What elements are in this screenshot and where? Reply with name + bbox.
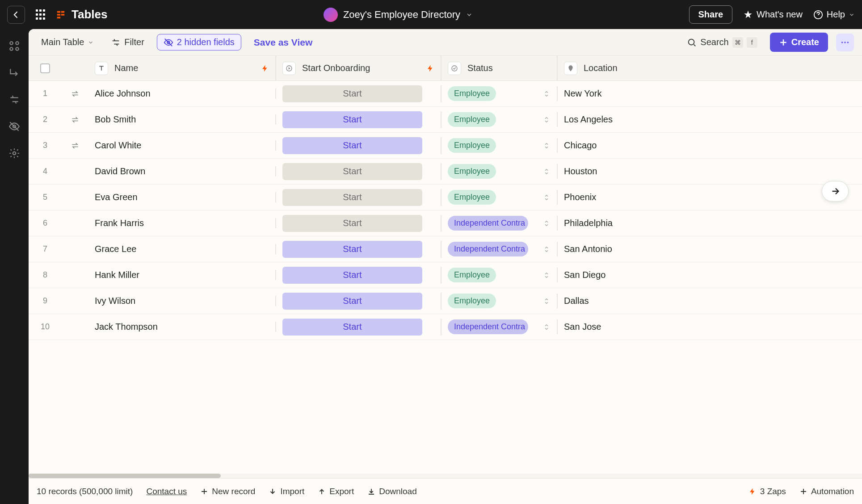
sidebar-workflows-icon[interactable]: [8, 40, 21, 52]
cell-location[interactable]: Los Angeles: [564, 114, 613, 125]
zaps-button[interactable]: 3 Zaps: [748, 487, 786, 496]
sidebar-branch-icon[interactable]: [8, 67, 21, 79]
cell-location[interactable]: San Jose: [564, 322, 601, 332]
cell-location[interactable]: Chicago: [564, 140, 597, 151]
table-row[interactable]: 5Eva GreenStartEmployeePhoenix: [29, 185, 862, 210]
import-button[interactable]: Import: [269, 487, 304, 496]
cell-location[interactable]: San Antonio: [564, 244, 612, 254]
column-name[interactable]: Name: [88, 56, 276, 80]
table-row[interactable]: 6Frank HarrisStartIndependent ContraPhil…: [29, 210, 862, 236]
linked-record-icon[interactable]: [62, 115, 88, 124]
column-onboarding[interactable]: Start Onboarding: [276, 56, 442, 80]
cell-name[interactable]: Jack Thompson: [95, 322, 158, 332]
table-row[interactable]: 3Carol WhiteStartEmployeeChicago: [29, 133, 862, 159]
status-selector-icon[interactable]: [542, 245, 551, 253]
status-selector-icon[interactable]: [542, 297, 551, 305]
sidebar-hidden-icon[interactable]: [8, 120, 21, 133]
select-all-checkbox[interactable]: [40, 63, 50, 73]
table-row[interactable]: 10Jack ThompsonStartIndependent ContraSa…: [29, 314, 862, 340]
status-selector-icon[interactable]: [542, 193, 551, 202]
status-selector-icon[interactable]: [542, 142, 551, 150]
contact-us-link[interactable]: Contact us: [146, 487, 187, 496]
eye-off-icon: [164, 38, 173, 47]
cell-name[interactable]: Eva Green: [95, 192, 138, 202]
chevron-down-icon[interactable]: [466, 11, 473, 18]
cell-location[interactable]: Philadelphia: [564, 218, 613, 228]
horizontal-scrollbar[interactable]: [29, 474, 862, 478]
save-as-view-button[interactable]: Save as View: [249, 34, 317, 50]
cell-name[interactable]: Ivy Wilson: [95, 296, 135, 306]
linked-record-icon[interactable]: [62, 141, 88, 150]
cell-location[interactable]: San Diego: [564, 270, 606, 280]
start-button[interactable]: Start: [282, 319, 422, 336]
automation-button[interactable]: Automation: [799, 487, 854, 496]
cell-location[interactable]: New York: [564, 88, 602, 99]
start-button[interactable]: Start: [282, 189, 422, 206]
start-button[interactable]: Start: [282, 85, 422, 102]
row-number: 4: [43, 167, 47, 176]
status-selector-icon[interactable]: [542, 168, 551, 176]
sidebar-filter-icon[interactable]: [8, 93, 21, 106]
column-status[interactable]: Status: [442, 56, 558, 80]
export-button[interactable]: Export: [318, 487, 354, 496]
status-selector-icon[interactable]: [542, 219, 551, 227]
table-row[interactable]: 9Ivy WilsonStartEmployeeDallas: [29, 288, 862, 314]
cell-name[interactable]: David Brown: [95, 166, 145, 176]
table-row[interactable]: 4David BrownStartEmployeeHouston: [29, 159, 862, 185]
download-button[interactable]: Download: [367, 487, 417, 496]
cell-name[interactable]: Grace Lee: [95, 244, 136, 254]
svg-point-10: [844, 42, 846, 43]
start-button[interactable]: Start: [282, 111, 422, 128]
svg-point-3: [10, 47, 13, 50]
svg-point-13: [452, 66, 457, 71]
start-button[interactable]: Start: [282, 267, 422, 284]
cell-location[interactable]: Dallas: [564, 296, 589, 306]
table-row[interactable]: 7Grace LeeStartIndependent ContraSan Ant…: [29, 236, 862, 262]
share-button[interactable]: Share: [689, 5, 733, 24]
new-record-button[interactable]: New record: [200, 487, 255, 496]
status-badge: Independent Contra: [448, 319, 528, 334]
whats-new-link[interactable]: What's new: [743, 9, 803, 20]
apps-grid-icon[interactable]: [36, 9, 46, 20]
filter-button[interactable]: Filter: [106, 34, 148, 50]
cell-name[interactable]: Bob Smith: [95, 114, 136, 125]
start-button[interactable]: Start: [282, 241, 422, 258]
table-row[interactable]: 2Bob SmithStartEmployeeLos Angeles: [29, 107, 862, 133]
linked-record-icon[interactable]: [62, 89, 88, 98]
cell-name[interactable]: Alice Johnson: [95, 88, 151, 99]
cell-location[interactable]: Phoenix: [564, 192, 596, 202]
start-button[interactable]: Start: [282, 293, 422, 310]
sidebar-settings-icon[interactable]: [8, 147, 21, 160]
plus-icon: [779, 38, 788, 47]
status-badge: Employee: [448, 190, 496, 205]
status-selector-icon[interactable]: [542, 90, 551, 98]
cell-location[interactable]: Houston: [564, 166, 597, 176]
start-button[interactable]: Start: [282, 137, 422, 154]
table-row[interactable]: 8Hank MillerStartEmployeeSan Diego: [29, 262, 862, 288]
avatar[interactable]: [324, 8, 338, 22]
scroll-right-button[interactable]: [822, 181, 849, 202]
status-selector-icon[interactable]: [542, 271, 551, 279]
document-title[interactable]: Zoey's Employee Directory: [343, 9, 460, 21]
status-selector-icon[interactable]: [542, 116, 551, 124]
select-type-icon: [448, 62, 461, 75]
status-badge: Independent Contra: [448, 216, 528, 231]
back-button[interactable]: [7, 6, 25, 24]
column-location[interactable]: Location: [558, 56, 862, 80]
chevron-down-icon: [849, 12, 855, 18]
cell-name[interactable]: Frank Harris: [95, 218, 144, 228]
play-type-icon: [282, 62, 296, 75]
help-link[interactable]: Help: [813, 9, 855, 20]
search-button[interactable]: Search ⌘ f: [682, 34, 761, 50]
cell-name[interactable]: Carol White: [95, 140, 141, 151]
hidden-fields-button[interactable]: 2 hidden fields: [157, 34, 241, 50]
more-button[interactable]: [836, 34, 854, 51]
cell-name[interactable]: Hank Miller: [95, 270, 139, 280]
start-button[interactable]: Start: [282, 163, 422, 180]
table-row[interactable]: 1Alice JohnsonStartEmployeeNew York: [29, 81, 862, 107]
status-selector-icon[interactable]: [542, 323, 551, 331]
create-button[interactable]: Create: [770, 33, 828, 52]
view-selector[interactable]: Main Table: [37, 34, 98, 50]
row-number: 2: [43, 115, 47, 124]
start-button[interactable]: Start: [282, 215, 422, 232]
